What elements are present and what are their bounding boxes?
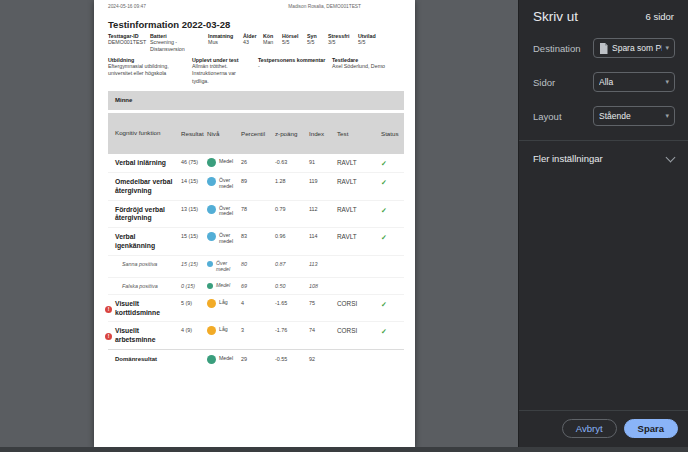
row-name: Sanna positiva <box>115 261 181 273</box>
row-result: 5 (9) <box>181 300 207 318</box>
row-zscore: -0.63 <box>275 159 309 168</box>
level-dot <box>207 283 213 289</box>
print-dialog-header: Skriv ut 6 sidor <box>519 0 688 24</box>
row-name: Domänresultat <box>115 356 181 364</box>
col-header-percentile: Percentil <box>241 130 275 137</box>
status-check-icon: ✓ <box>381 179 387 186</box>
info-value: Eftergymnasial utbildning, universitet e… <box>108 63 192 84</box>
pdf-file-icon <box>599 43 608 54</box>
row-result: 13 (15) <box>181 206 207 224</box>
row-level: Över medel <box>207 178 241 196</box>
row-level: Medel <box>207 283 241 290</box>
row-zscore: 0.96 <box>275 233 309 251</box>
row-name: Visuellt korttidsminne <box>115 300 160 316</box>
row-level: Över medel <box>207 261 241 273</box>
row-index: 119 <box>309 178 337 196</box>
row-index: 114 <box>309 233 337 251</box>
info-value: 43 <box>243 39 263 53</box>
dialog-footer: Avbryt Spara <box>519 410 688 446</box>
row-test: RAVLT <box>337 233 381 251</box>
row-name: Visuellt arbetsminne <box>115 327 155 343</box>
warning-icon: ! <box>105 306 112 313</box>
row-zscore: 0.87 <box>275 261 309 273</box>
row-percentile: 3 <box>241 327 275 345</box>
row-test: RAVLT <box>337 178 381 196</box>
pages-count: 6 sidor <box>645 11 674 22</box>
status-check-icon: ✓ <box>381 301 387 308</box>
more-settings-label: Fler inställningar <box>533 153 603 164</box>
cancel-button[interactable]: Avbryt <box>562 419 617 438</box>
print-dialog-title: Skriv ut <box>533 9 578 24</box>
row-index: 92 <box>309 356 337 364</box>
destination-field: Destination Spara som PDF ▾ <box>519 38 688 58</box>
status-check-icon: ✓ <box>381 160 387 167</box>
level-dot <box>207 158 216 167</box>
destination-value: Spara som PDF <box>612 43 662 53</box>
level-dot <box>207 326 216 335</box>
info-value: Man <box>263 39 282 53</box>
document-page: 2024-05-16 09:47 Madison Rosalia, DEMO00… <box>94 0 415 447</box>
destination-label: Destination <box>533 43 581 54</box>
chevron-down-icon <box>666 152 676 162</box>
row-index: 113 <box>309 261 337 273</box>
level-dot <box>207 232 216 241</box>
table-header-row: Kognitiv funktion Resultat Nivå Percenti… <box>108 113 404 154</box>
row-zscore: 0.79 <box>275 206 309 224</box>
table-row: Omedelbar verbal återgivning 14 (15) Öve… <box>108 172 404 200</box>
pages-select[interactable]: Alla ▾ <box>593 72 675 92</box>
row-test: RAVLT <box>337 206 381 224</box>
test-info-grid-2: Utbildning Upplevt under test Testperson… <box>94 53 415 84</box>
chevron-down-icon: ▾ <box>665 44 669 52</box>
row-percentile: 26 <box>241 159 275 168</box>
row-percentile: 4 <box>241 300 275 318</box>
row-level: Låg <box>207 300 241 318</box>
layout-label: Layout <box>533 111 562 122</box>
row-index: 108 <box>309 283 337 290</box>
row-level: Över medel <box>207 206 241 224</box>
document-title: Testinformation 2022-03-28 <box>108 19 401 30</box>
row-index: 91 <box>309 159 337 168</box>
table-row: !Visuellt korttidsminne 5 (9) Låg 4 -1.6… <box>108 294 404 322</box>
col-header-level: Nivå <box>207 130 241 137</box>
row-name: Falska positiva <box>115 283 181 290</box>
info-value: Allmän trötthet. Instruktionerna var tyd… <box>192 63 258 84</box>
col-header-z: z-poäng <box>275 130 309 137</box>
pages-value: Alla <box>599 77 662 87</box>
results-table: Verbal inlärning 46 (75) Medel 26 -0.63 … <box>108 154 404 372</box>
chevron-down-icon: ▾ <box>665 78 669 86</box>
row-test: CORSI <box>337 300 381 318</box>
row-percentile: 80 <box>241 261 275 273</box>
page-meta: 2024-05-16 09:47 Madison Rosalia, DEMO00… <box>94 0 415 9</box>
col-header-test: Test <box>337 130 381 137</box>
row-test: RAVLT <box>337 159 381 168</box>
row-test: CORSI <box>337 327 381 345</box>
table-subrow: Falska positiva 0 (15) Medel 69 0.50 108 <box>108 277 404 294</box>
row-zscore: -0.55 <box>275 356 309 364</box>
row-result: 4 (9) <box>181 327 207 345</box>
print-preview-area: 2024-05-16 09:47 Madison Rosalia, DEMO00… <box>0 0 518 452</box>
row-percentile: 89 <box>241 178 275 196</box>
layout-select[interactable]: Stående ▾ <box>593 106 675 126</box>
more-settings-toggle[interactable]: Fler inställningar <box>519 141 688 176</box>
row-name: Omedelbar verbal återgivning <box>115 178 181 196</box>
destination-select[interactable]: Spara som PDF ▾ <box>593 38 675 58</box>
table-row: Verbal igenkänning 15 (15) Över medel 83… <box>108 227 404 255</box>
row-index: 112 <box>309 206 337 224</box>
level-dot <box>207 355 216 364</box>
row-result: 14 (15) <box>181 178 207 196</box>
col-header-status: Status <box>381 130 412 137</box>
test-info-grid: Testtagar-ID Batteri Inmatning Ålder Kön… <box>94 32 415 53</box>
save-button[interactable]: Spara <box>624 419 678 438</box>
layout-value: Stående <box>599 111 662 121</box>
print-timestamp: 2024-05-16 09:47 <box>108 4 146 9</box>
print-preview-screen: 2024-05-16 09:47 Madison Rosalia, DEMO00… <box>0 0 688 452</box>
testtaker-header: Madison Rosalia, DEMO001TEST <box>288 4 361 9</box>
row-level: Låg <box>207 327 241 345</box>
domain-result-row: Domänresultat Medel 29 -0.55 92 <box>108 349 404 372</box>
row-result: 15 (15) <box>181 261 207 273</box>
row-name: Verbal igenkänning <box>115 233 181 251</box>
info-value: Screening - Distansversion <box>150 39 208 53</box>
print-dialog-panel: Skriv ut 6 sidor Destination Spara som P… <box>518 0 688 452</box>
row-name-cell: !Visuellt korttidsminne <box>115 300 181 318</box>
domain-band: Minne <box>108 91 404 110</box>
